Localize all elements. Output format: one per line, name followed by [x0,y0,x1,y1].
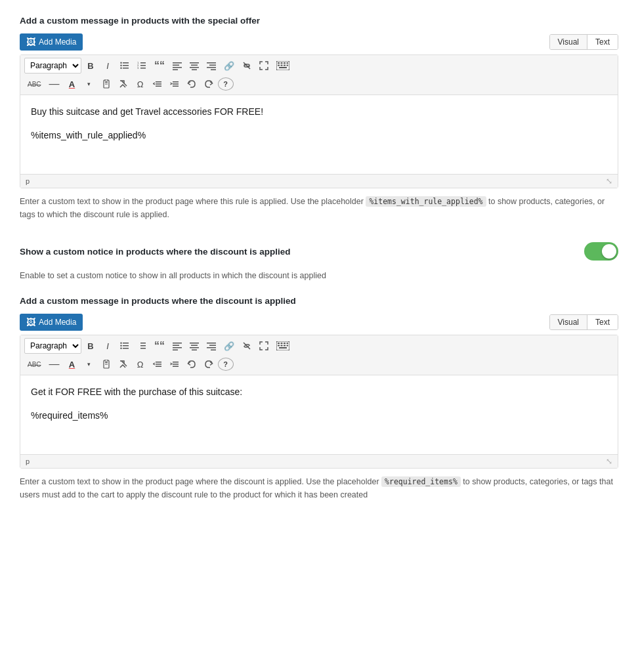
section-custom-message-offer: Add a custom message in products with th… [20,16,618,221]
svg-rect-39 [156,83,161,85]
align-center-btn-1[interactable] [186,58,202,74]
svg-rect-66 [278,343,280,344]
special-char-btn-1[interactable]: Ω [133,76,148,92]
color-dropdown-btn-3[interactable]: ▾ [81,356,97,372]
numbered-list-btn-1[interactable]: 1.2.3. [134,58,150,74]
svg-rect-30 [281,65,283,66]
special-char-btn-3[interactable]: Ω [133,356,148,372]
keyboard-btn-3[interactable] [273,338,293,354]
undo-btn-3[interactable] [184,356,200,372]
strikethrough-btn-3[interactable]: ABC [24,356,45,372]
undo-btn-1[interactable] [184,76,200,92]
svg-rect-19 [192,70,197,71]
fullscreen-btn-1[interactable] [256,58,272,74]
indent-btn-3[interactable] [167,356,182,372]
editor-footer-1: p ⤡ [20,174,618,188]
link-btn-1[interactable]: 🔗 [221,58,238,74]
text-color-btn-1[interactable]: A [64,76,80,92]
align-left-btn-1[interactable] [169,58,185,74]
resize-handle-3[interactable]: ⤡ [606,457,612,466]
svg-rect-29 [278,65,280,66]
svg-rect-71 [281,345,283,346]
hr-btn-1[interactable]: — [46,76,63,92]
unlink-btn-3[interactable] [239,338,255,354]
format-select-1[interactable]: Paragraph Heading 1 Heading 2 [24,58,81,74]
editor-footer-tag-1: p [26,177,30,185]
add-media-label-1: Add Media [39,37,76,47]
paste-text-btn-3[interactable] [98,356,114,372]
numbered-list-btn-3[interactable] [134,338,150,354]
svg-rect-7 [140,65,146,66]
outdent-btn-1[interactable] [150,76,165,92]
resize-handle-1[interactable]: ⤡ [606,177,612,186]
paste-text-btn-1[interactable] [98,76,114,92]
keyboard-btn-1[interactable] [273,58,293,74]
svg-rect-78 [105,364,108,365]
svg-rect-8 [140,68,146,69]
svg-rect-45 [123,345,129,346]
bullet-list-btn-1[interactable] [117,58,133,74]
indent-btn-1[interactable] [167,76,182,92]
svg-rect-58 [191,345,198,346]
svg-rect-12 [173,62,182,64]
svg-rect-83 [173,364,179,365]
format-select-3[interactable]: Paragraph Heading 1 Heading 2 [24,338,81,354]
align-right-btn-1[interactable] [203,58,219,74]
svg-rect-62 [209,345,216,346]
strikethrough-btn-1[interactable]: ABC [24,76,45,92]
blockquote-btn-3[interactable]: ““ [151,338,168,354]
italic-btn-3[interactable]: I [100,338,116,354]
editor-footer-3: p ⤡ [20,454,618,468]
hr-btn-3[interactable]: — [46,356,63,372]
svg-rect-74 [279,347,287,348]
bold-btn-1[interactable]: B [83,58,98,74]
svg-rect-41 [173,81,179,83]
tab-visual-3[interactable]: Visual [550,315,587,329]
italic-btn-1[interactable]: I [100,58,116,74]
notice-toggle[interactable]: ✓ [584,242,618,261]
svg-text:3.: 3. [137,66,139,70]
align-left-btn-3[interactable] [169,338,185,354]
tab-visual-1[interactable]: Visual [550,35,587,49]
redo-btn-1[interactable] [201,76,217,92]
help-btn-3[interactable]: ? [218,358,234,371]
svg-rect-80 [156,364,161,365]
add-media-label-3: Add Media [39,318,76,327]
align-center-btn-3[interactable] [186,338,202,354]
unlink-btn-1[interactable] [239,58,255,74]
clear-format-btn-3[interactable] [116,356,131,372]
redo-btn-3[interactable] [201,356,217,372]
fullscreen-btn-3[interactable] [256,338,272,354]
add-media-button-1[interactable]: 🖼 Add Media [20,33,83,51]
blockquote-btn-1[interactable]: ““ [151,58,168,74]
svg-rect-70 [278,345,280,346]
svg-rect-36 [105,82,108,83]
svg-point-49 [120,348,121,349]
color-dropdown-btn-1[interactable]: ▾ [81,76,97,92]
help-text-3: Enter a custom text to show in the produ… [20,475,618,501]
help-btn-1[interactable]: ? [218,77,234,91]
svg-rect-69 [287,343,289,344]
bold-btn-3[interactable]: B [83,338,98,354]
svg-rect-22 [207,67,216,68]
svg-rect-46 [123,348,129,349]
align-right-btn-3[interactable] [203,338,219,354]
bullet-list-btn-3[interactable] [117,338,133,354]
link-btn-3[interactable]: 🔗 [221,338,238,354]
clear-format-btn-1[interactable] [116,76,131,92]
svg-rect-40 [156,86,161,87]
svg-rect-79 [156,362,161,363]
svg-rect-20 [207,62,216,64]
svg-point-4 [120,65,121,66]
editor-content-1[interactable]: Buy this suitcase and get Travel accesso… [20,95,618,174]
text-color-btn-3[interactable]: A [64,356,80,372]
tab-text-3[interactable]: Text [587,315,618,329]
section-custom-notice: Show a custom notice in products where t… [20,237,618,280]
svg-rect-52 [140,348,146,349]
add-media-button-3[interactable]: 🖼 Add Media [20,314,83,331]
svg-rect-18 [190,67,199,68]
outdent-btn-3[interactable] [150,356,165,372]
editor-content-3[interactable]: Get it FOR FREE with the purchase of thi… [20,375,618,454]
tab-text-1[interactable]: Text [587,35,618,49]
section3-title: Add a custom message in products where t… [20,296,618,306]
